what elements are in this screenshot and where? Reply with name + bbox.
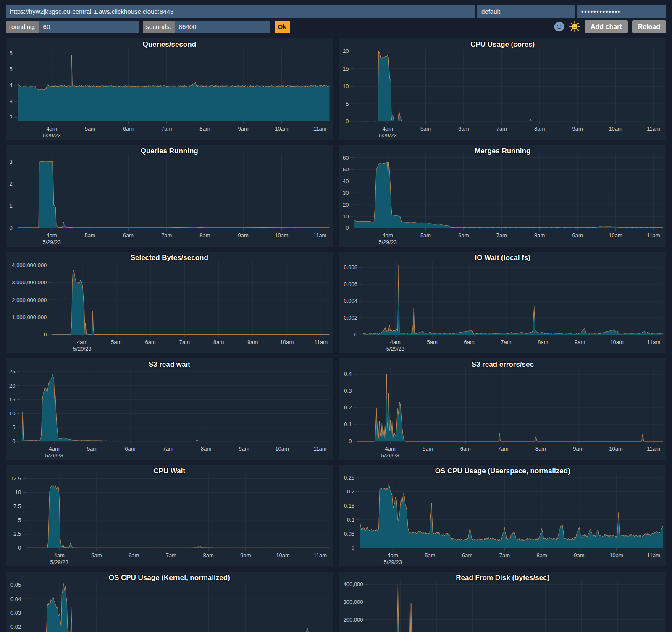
svg-text:7.5: 7.5: [13, 503, 21, 509]
svg-text:0.1: 0.1: [347, 517, 354, 523]
svg-text:0.05: 0.05: [344, 531, 354, 537]
chart-panel-s3-read-wait: 05101520254am5/29/235am6am7am8am9am10am1…: [6, 358, 333, 460]
chart-plot[interactable]: 234564am5/29/235am6am7am8am9am10am11am: [6, 38, 333, 140]
svg-text:0.03: 0.03: [10, 610, 21, 616]
svg-text:11am: 11am: [314, 339, 328, 345]
svg-text:3: 3: [10, 159, 13, 165]
chart-panel-os-cpu-usage-kernel-normalized: 00.010.020.030.040.054am5/29/235am6am7am…: [6, 572, 333, 632]
svg-text:20: 20: [343, 202, 349, 208]
svg-text:3: 3: [10, 98, 13, 105]
svg-text:9am: 9am: [572, 232, 583, 239]
svg-text:11am: 11am: [647, 446, 660, 452]
svg-text:9am: 9am: [238, 232, 249, 239]
svg-text:3,000,000,000: 3,000,000,000: [12, 279, 47, 286]
svg-text:11am: 11am: [647, 232, 660, 239]
svg-text:5: 5: [12, 424, 15, 430]
chart-panel-os-cpu-usage-userspace-normalized: 00.050.10.150.20.254am5/29/235am6am7am8a…: [339, 465, 667, 566]
svg-text:7am: 7am: [161, 126, 172, 132]
dark-theme-moon-icon[interactable]: [554, 21, 565, 32]
series-line: [362, 265, 663, 334]
svg-text:5/29/23: 5/29/23: [386, 346, 404, 352]
svg-text:4am: 4am: [54, 552, 65, 559]
svg-text:5am: 5am: [85, 126, 95, 132]
chart-plot[interactable]: 05101520254am5/29/235am6am7am8am9am10am1…: [6, 358, 333, 460]
svg-text:4am: 4am: [390, 339, 400, 345]
svg-text:10am: 10am: [280, 339, 294, 345]
svg-text:5/29/23: 5/29/23: [378, 239, 396, 245]
svg-text:11am: 11am: [647, 339, 660, 345]
svg-text:8am: 8am: [535, 446, 546, 452]
password-input[interactable]: [577, 5, 666, 18]
svg-text:10am: 10am: [610, 339, 623, 345]
series-line: [368, 585, 663, 632]
svg-text:6am: 6am: [125, 446, 135, 452]
svg-text:11am: 11am: [313, 232, 327, 239]
chart-panel-io-wait-local-fs: 00.0020.0040.0060.0084am5/29/235am6am7am…: [339, 252, 667, 353]
svg-text:9am: 9am: [240, 552, 251, 559]
svg-text:300,000: 300,000: [343, 599, 363, 605]
reload-button[interactable]: Reload: [632, 20, 666, 33]
chart-plot[interactable]: 051015204am5/29/235am6am7am8am9am10am11a…: [339, 38, 667, 140]
svg-text:1,000,000,000: 1,000,000,000: [12, 314, 47, 320]
add-chart-button[interactable]: Add chart: [585, 20, 628, 33]
svg-text:0: 0: [354, 331, 357, 338]
svg-text:0: 0: [10, 225, 13, 231]
chart-panel-queries-running: 01234am5/29/235am6am7am8am9am10am11amQue…: [6, 145, 333, 247]
series-area: [18, 161, 330, 228]
svg-text:1: 1: [10, 203, 13, 209]
svg-text:7am: 7am: [496, 232, 507, 239]
svg-text:8am: 8am: [200, 232, 210, 239]
svg-text:5am: 5am: [423, 446, 433, 452]
svg-text:7am: 7am: [496, 126, 507, 132]
chart-plot[interactable]: 01234am5/29/235am6am7am8am9am10am11am: [6, 145, 333, 247]
url-input[interactable]: [6, 5, 475, 18]
svg-text:5: 5: [10, 66, 13, 72]
svg-text:6am: 6am: [129, 552, 139, 559]
svg-text:5: 5: [18, 517, 21, 523]
svg-text:7am: 7am: [499, 552, 509, 559]
series-area: [21, 374, 330, 441]
series-line: [52, 270, 329, 335]
chart-plot[interactable]: 01,000,000,0002,000,000,0003,000,000,000…: [6, 252, 333, 353]
chart-plot[interactable]: 00.010.020.030.040.054am5/29/235am6am7am…: [6, 572, 333, 632]
chart-plot[interactable]: 00.0020.0040.0060.0084am5/29/235am6am7am…: [339, 252, 667, 353]
chart-plot[interactable]: 00.10.20.30.44am5/29/235am6am7am8am9am10…: [339, 358, 667, 460]
rounding-input[interactable]: [39, 21, 139, 33]
svg-text:10: 10: [343, 83, 349, 89]
svg-text:5/29/23: 5/29/23: [45, 452, 63, 459]
chart-plot[interactable]: 02.557.51012.54am5/29/235am6am7am8am9am1…: [6, 465, 333, 566]
svg-text:7am: 7am: [501, 339, 511, 345]
svg-text:5/29/23: 5/29/23: [73, 346, 91, 352]
chart-panel-s3-read-errors-sec: 00.10.20.30.44am5/29/235am6am7am8am9am10…: [339, 358, 667, 460]
chart-plot[interactable]: 01020304050604am5/29/235am6am7am8am9am10…: [339, 145, 667, 247]
svg-text:8am: 8am: [203, 552, 214, 559]
svg-text:2.5: 2.5: [13, 531, 21, 537]
svg-text:7am: 7am: [498, 446, 508, 452]
seconds-input[interactable]: [175, 21, 270, 33]
svg-text:5am: 5am: [420, 232, 430, 239]
svg-text:0.3: 0.3: [344, 388, 352, 394]
svg-text:4am: 4am: [382, 232, 393, 239]
ok-button[interactable]: Ok: [275, 21, 290, 33]
svg-text:11am: 11am: [314, 552, 327, 559]
svg-text:200,000: 200,000: [343, 616, 363, 623]
svg-text:11am: 11am: [647, 126, 660, 132]
chart-panel-merges-running: 01020304050604am5/29/235am6am7am8am9am10…: [339, 145, 667, 247]
light-theme-sun-icon[interactable]: [569, 21, 580, 32]
svg-text:0.002: 0.002: [344, 315, 357, 321]
svg-text:4am: 4am: [387, 552, 398, 559]
svg-text:4am: 4am: [77, 339, 87, 345]
chart-plot[interactable]: 0100,000200,000300,000400,0004am5/29/235…: [339, 572, 667, 632]
svg-text:30: 30: [343, 190, 349, 196]
svg-text:2,000,000,000: 2,000,000,000: [12, 297, 47, 303]
svg-text:0: 0: [18, 545, 21, 551]
svg-text:10: 10: [15, 489, 21, 496]
chart-plot[interactable]: 00.050.10.150.20.254am5/29/235am6am7am8a…: [339, 465, 667, 566]
svg-text:5am: 5am: [427, 339, 437, 345]
svg-text:0.2: 0.2: [344, 404, 352, 411]
svg-text:4am: 4am: [46, 126, 57, 132]
svg-text:9am: 9am: [574, 552, 584, 559]
svg-text:5/29/23: 5/29/23: [383, 559, 402, 565]
user-input[interactable]: [477, 5, 575, 18]
chart-panel-cpu-usage-cores: 051015204am5/29/235am6am7am8am9am10am11a…: [339, 38, 667, 140]
